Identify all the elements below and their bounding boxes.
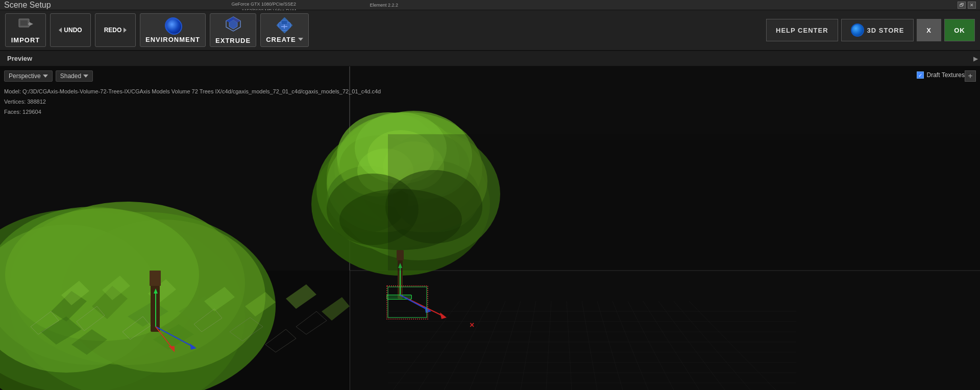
- svg-rect-1: [20, 20, 28, 26]
- model-path: Model: Q:/3D/CGAxis-Models-Volume-72-Tre…: [4, 87, 381, 97]
- close-button[interactable]: ✕: [968, 2, 976, 9]
- shaded-dropdown[interactable]: Shaded: [56, 70, 93, 82]
- globe-icon: [851, 23, 864, 37]
- undo-button[interactable]: UNDO: [50, 13, 91, 47]
- environment-button[interactable]: ENVIRONMENT: [140, 13, 206, 47]
- vertices-count: Vertices: 388812: [4, 97, 381, 107]
- preview-bar: Preview ▶: [0, 51, 980, 66]
- toolbar-right: HELP CENTER 3D STORE X OK: [766, 19, 975, 41]
- help-center-label: HELP CENTER: [776, 27, 828, 34]
- shaded-dropdown-arrow: [83, 75, 88, 78]
- draft-textures-label: Draft Textures: [927, 71, 965, 79]
- redo-label: REDO: [104, 27, 122, 34]
- titlebar-title: Scene Setup: [4, 1, 51, 10]
- redo-button[interactable]: REDO: [95, 13, 136, 47]
- import-icon: [18, 17, 33, 34]
- svg-rect-120: [150, 271, 161, 286]
- 3dstore-label: 3D STORE: [867, 27, 904, 34]
- ok-button[interactable]: OK: [944, 19, 975, 41]
- ok-label: OK: [954, 27, 965, 34]
- extrude-label: EXTRUDE: [215, 37, 251, 44]
- titlebar-controls: 🗗 ✕: [958, 2, 976, 9]
- svg-text:×: ×: [470, 321, 474, 329]
- perspective-label: Perspective: [9, 72, 41, 80]
- preview-expand-arrow[interactable]: ▶: [973, 55, 978, 62]
- svg-rect-9: [281, 20, 287, 25]
- toolbar: IMPORT UNDO REDO ENVIRONMENT: [0, 10, 980, 51]
- viewport-area: Perspective Shaded Model: Q:/3D/CGAxis-M…: [0, 66, 980, 390]
- create-button[interactable]: CREATE: [260, 13, 308, 47]
- draft-textures-control: Draft Textures: [917, 71, 965, 79]
- undo-label: UNDO: [64, 27, 82, 34]
- restore-button[interactable]: 🗗: [958, 2, 966, 9]
- viewport-toolbar: Perspective Shaded: [4, 70, 93, 82]
- create-icon: [276, 17, 292, 34]
- faces-count: Faces: 129604: [4, 107, 381, 117]
- x-button[interactable]: X: [917, 19, 941, 41]
- create-dropdown-arrow: [298, 38, 303, 41]
- import-label: IMPORT: [11, 36, 40, 44]
- gpu-info-line1: GeForce GTX 1080/PCIe/SSE2: [231, 1, 296, 8]
- svg-rect-79: [388, 296, 410, 298]
- perspective-dropdown[interactable]: Perspective: [4, 70, 53, 82]
- preview-label: Preview: [7, 55, 32, 62]
- element-version: Element 2.2.2: [370, 3, 398, 8]
- perspective-dropdown-arrow: [43, 75, 48, 78]
- svg-rect-127: [388, 134, 980, 271]
- add-viewport-button[interactable]: +: [965, 70, 976, 82]
- create-label: CREATE: [266, 36, 296, 43]
- environment-icon: [165, 17, 181, 34]
- extrude-icon: [225, 16, 241, 35]
- environment-label: ENVIRONMENT: [145, 36, 200, 43]
- x-label: X: [926, 27, 932, 34]
- titlebar: Scene Setup GeForce GTX 1080/PCIe/SSE2 1…: [0, 0, 980, 10]
- undo-icon: UNDO: [59, 27, 82, 34]
- 3dstore-button[interactable]: 3D STORE: [841, 19, 914, 41]
- draft-textures-checkbox[interactable]: [917, 71, 924, 79]
- help-center-button[interactable]: HELP CENTER: [766, 19, 838, 41]
- import-button[interactable]: IMPORT: [5, 13, 46, 47]
- extrude-button[interactable]: EXTRUDE: [210, 13, 256, 47]
- shaded-label: Shaded: [60, 72, 81, 80]
- model-info: Model: Q:/3D/CGAxis-Models-Volume-72-Tre…: [4, 87, 381, 117]
- svg-point-97: [5, 208, 199, 341]
- redo-icon: REDO: [104, 27, 127, 34]
